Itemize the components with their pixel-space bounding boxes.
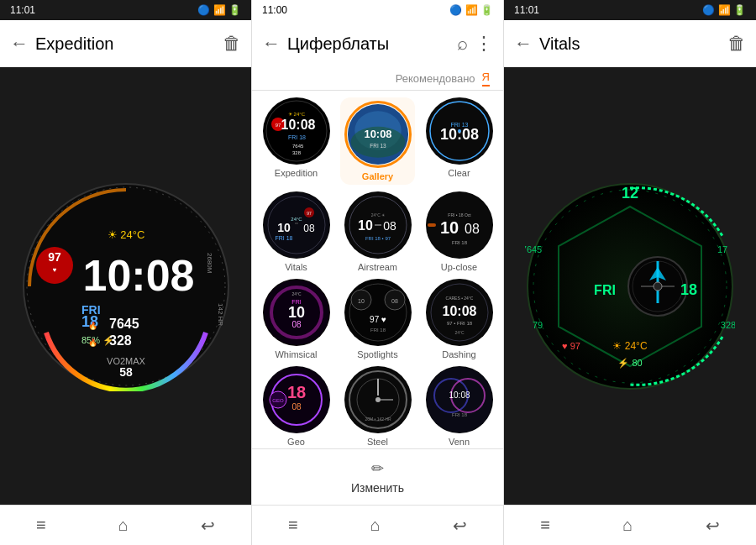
right-header: ← Vitals 🗑 (504, 20, 756, 67)
face-thumb-airstream[interactable]: 10 08 24°C ☀ FRI 18 • 97 (344, 191, 412, 259)
face-thumb-vitals[interactable]: 24°C 10 08 FRI 18 97 (263, 191, 330, 259)
svg-point-110 (654, 282, 662, 291)
vitals-watch-large: 12 7645 328 17 79 FRI 18 ☀ 24°C ♥ 97 (525, 181, 735, 391)
svg-text:10:08: 10:08 (449, 390, 470, 400)
face-thumb-whimsical[interactable]: FRI 10 08 24°C (263, 279, 330, 346)
face-thumb-upclose[interactable]: FRI • 18 Oct 10 08 FRI 18 (426, 191, 493, 259)
right-nav-back[interactable]: ↩ (706, 516, 720, 536)
face-name-vitals: Vitals (285, 262, 307, 272)
face-name-dashing: Dashing (442, 349, 475, 359)
right-delete-button[interactable]: 🗑 (727, 33, 746, 55)
expedition-watch-large: 97 ♥ ☀ 24°C 10:08 FRI 18 🔥 7645 85% ⚡ 🔥 … (21, 181, 231, 391)
svg-text:97 • FRI 18: 97 • FRI 18 (446, 321, 472, 326)
right-status-icons: 🔵 📶 🔋 (702, 4, 746, 16)
svg-text:10: 10 (287, 304, 304, 321)
left-nav-back[interactable]: ↩ (201, 516, 215, 536)
svg-text:24°C: 24°C (291, 217, 302, 222)
svg-text:☀ 24°C: ☀ 24°C (107, 228, 144, 241)
svg-text:08: 08 (291, 320, 302, 329)
center-back-button[interactable]: ← (262, 33, 281, 55)
left-nav-home[interactable]: ⌂ (118, 516, 129, 535)
center-bottom-nav: ≡ ⌂ ↩ (252, 505, 503, 545)
svg-point-37 (264, 192, 329, 258)
left-header: ← Expedition 🗑 (0, 20, 251, 67)
center-nav-home[interactable]: ⌂ (370, 516, 381, 535)
face-name-gallery: Gallery (362, 171, 393, 181)
svg-text:08: 08 (383, 219, 396, 233)
face-thumb-steel[interactable]: 26M • 142 HR (344, 366, 412, 433)
center-nav-menu[interactable]: ≡ (288, 516, 298, 535)
face-thumb-geo[interactable]: 18 08 GEO (263, 366, 330, 433)
face-thumb-spotlights[interactable]: 10 08 97 ♥ FRI 18 (344, 279, 412, 346)
svg-point-90 (375, 397, 381, 402)
svg-text:97: 97 (48, 250, 61, 264)
left-nav-menu[interactable]: ≡ (36, 516, 46, 535)
faces-grid: 97 10:08 FRI 18 7645 328 ☀ 24°C Expediti… (252, 91, 503, 448)
svg-text:FRI 18: FRI 18 (370, 328, 386, 333)
right-title: Vitals (539, 34, 580, 54)
right-back-button[interactable]: ← (514, 33, 533, 55)
me-tab[interactable]: Я (482, 71, 490, 86)
left-delete-button[interactable]: 🗑 (223, 33, 241, 55)
svg-text:58: 58 (119, 365, 133, 379)
svg-text:FRI 18: FRI 18 (288, 134, 306, 140)
svg-text:328: 328 (109, 333, 132, 348)
center-search-button[interactable]: ⌕ (457, 33, 468, 55)
svg-text:FRI • 18 Oct: FRI • 18 Oct (448, 212, 471, 217)
face-item-clear[interactable]: FRI 13 10:08 Clear (422, 97, 496, 185)
face-thumb-expedition[interactable]: 97 10:08 FRI 18 7645 328 ☀ 24°C (263, 97, 330, 165)
face-thumb-gallery[interactable]: 10:08 FRI 13 (344, 101, 412, 168)
svg-point-65 (345, 280, 411, 345)
svg-text:CARES • 24°C: CARES • 24°C (445, 296, 473, 301)
center-header: ← Циферблаты ⌕ ⋮ (252, 20, 503, 67)
svg-text:10: 10 (358, 218, 373, 233)
left-back-button[interactable]: ← (10, 33, 29, 55)
face-item-steel[interactable]: 26M • 142 HR Steel (340, 366, 415, 447)
left-status-icons: 🔵 📶 🔋 (197, 4, 241, 16)
center-status-icons: 🔵 📶 🔋 (449, 4, 493, 16)
right-nav-home[interactable]: ⌂ (622, 516, 633, 535)
svg-text:26M • 142 HR: 26M • 142 HR (365, 417, 391, 422)
face-thumb-clear[interactable]: FRI 13 10:08 (426, 97, 493, 165)
face-item-gallery[interactable]: 10:08 FRI 13 Gallery (340, 97, 415, 185)
svg-text:08: 08 (465, 222, 480, 236)
svg-text:⚡ 80: ⚡ 80 (617, 357, 642, 369)
face-item-venn[interactable]: 10:08 FRI 18 Venn (422, 366, 496, 447)
face-item-whimsical[interactable]: FRI 10 08 24°C Whimsical (259, 279, 333, 359)
center-title: Циферблаты (287, 34, 389, 54)
svg-text:142 HR: 142 HR (217, 303, 224, 326)
center-nav-back[interactable]: ↩ (453, 516, 467, 536)
right-nav-menu[interactable]: ≡ (540, 516, 550, 535)
svg-text:FRI 18: FRI 18 (451, 240, 467, 245)
svg-text:10:08: 10:08 (364, 128, 391, 140)
face-name-clear: Clear (448, 168, 470, 178)
svg-text:7645: 7645 (109, 317, 139, 331)
center-more-button[interactable]: ⋮ (475, 33, 493, 55)
face-item-upclose[interactable]: FRI • 18 Oct 10 08 FRI 18 Up-close (422, 191, 496, 272)
left-bottom-nav: ≡ ⌂ ↩ (0, 505, 251, 545)
svg-text:328: 328 (292, 150, 302, 155)
face-thumb-venn[interactable]: 10:08 FRI 18 (426, 366, 493, 433)
svg-text:10:08: 10:08 (439, 126, 478, 143)
svg-text:10:08: 10:08 (281, 118, 315, 132)
svg-text:🔥: 🔥 (88, 338, 98, 348)
svg-text:97: 97 (307, 211, 312, 216)
face-item-spotlights[interactable]: 10 08 97 ♥ FRI 18 Spotlights (340, 279, 415, 359)
svg-text:FRI 18: FRI 18 (275, 235, 292, 241)
face-item-expedition[interactable]: 97 10:08 FRI 18 7645 328 ☀ 24°C Expediti… (259, 97, 333, 185)
face-item-dashing[interactable]: CARES • 24°C 10:08 97 • FRI 18 24°C Dash… (422, 279, 496, 359)
face-thumb-dashing[interactable]: CARES • 24°C 10:08 97 • FRI 18 24°C (426, 279, 493, 346)
face-name-spotlights: Spotlights (357, 349, 397, 359)
center-panel: 11:00 🔵 📶 🔋 ← Циферблаты ⌕ ⋮ Рекомендова… (252, 0, 504, 545)
face-item-airstream[interactable]: 10 08 24°C ☀ FRI 18 • 97 Airstream (340, 191, 415, 272)
svg-text:18: 18 (680, 281, 697, 298)
face-name-venn: Venn (449, 437, 470, 447)
face-item-vitals[interactable]: 24°C 10 08 FRI 18 97 Vitals (259, 191, 333, 272)
svg-text:79: 79 (533, 320, 543, 330)
svg-text:2680M: 2680M (206, 253, 213, 274)
left-status-bar: 11:01 🔵 📶 🔋 (0, 0, 251, 20)
svg-text:♥: ♥ (52, 266, 56, 274)
right-status-bar: 11:01 🔵 📶 🔋 (504, 0, 756, 20)
face-item-geo[interactable]: 18 08 GEO Geo (259, 366, 333, 447)
change-button[interactable]: ✏ Изменить (252, 448, 503, 505)
